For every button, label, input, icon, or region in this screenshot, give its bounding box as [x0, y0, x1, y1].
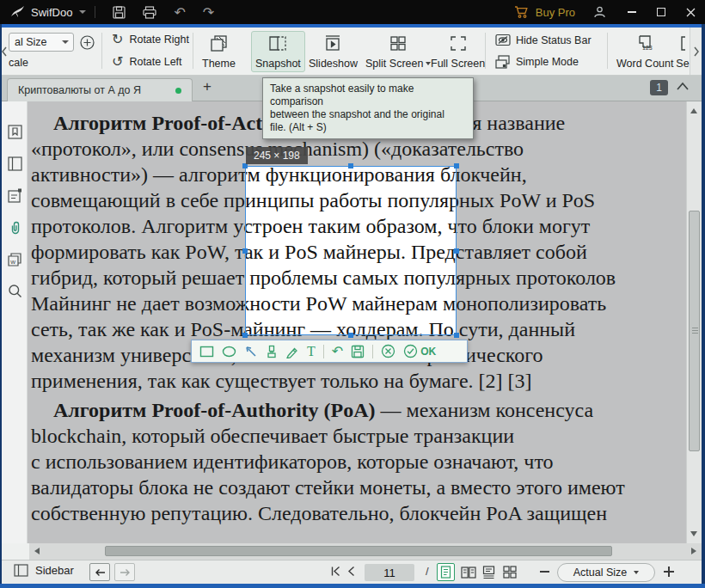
- horizontal-scrollbar[interactable]: [29, 543, 702, 560]
- unsaved-indicator-dot: [175, 88, 181, 94]
- split-screen-button[interactable]: Split Screen: [361, 31, 435, 72]
- export-word-icon[interactable]: w: [8, 252, 22, 266]
- pencil-button[interactable]: [285, 345, 299, 358]
- toolbar-expand-button[interactable]: [690, 28, 702, 75]
- two-page-view-button[interactable]: [459, 563, 477, 581]
- continuous-view-button[interactable]: [480, 563, 498, 581]
- vertical-scrollbar[interactable]: [686, 101, 702, 543]
- cancel-snapshot-button[interactable]: [381, 344, 395, 358]
- collapse-toolbar-icon[interactable]: [676, 82, 690, 91]
- rotate-right-icon: ↻: [112, 33, 123, 46]
- left-sidebar: w: [2, 101, 28, 543]
- main-toolbar: al Size cale ↻ Rotate Right ↺ Rotate Lef…: [0, 28, 705, 76]
- annotation-undo-button[interactable]: ↶: [332, 345, 343, 358]
- selection-handle-w[interactable]: [242, 248, 248, 254]
- draw-rectangle-button[interactable]: [199, 345, 214, 358]
- snapshot-tooltip: Take a snapshot easily to make compariso…: [262, 77, 474, 139]
- page-number-input[interactable]: [365, 564, 414, 581]
- titlebar: SwifDoo ↶ ↷ Buy Pro: [0, 0, 705, 24]
- app-window: SwifDoo ↶ ↷ Buy Pro al Size: [0, 0, 705, 588]
- selection-handle-s[interactable]: [348, 333, 353, 338]
- zoom-out-button[interactable]: [540, 571, 549, 573]
- print-button[interactable]: [134, 0, 165, 24]
- full-screen-button[interactable]: Full Screen: [426, 31, 489, 72]
- page-panel-icon[interactable]: [8, 156, 22, 171]
- word-count-icon: 123: [635, 34, 654, 52]
- minimize-button[interactable]: [617, 0, 647, 24]
- selection-handle-ne[interactable]: [454, 163, 459, 168]
- full-screen-icon: [449, 34, 468, 52]
- grid-view-button[interactable]: [500, 563, 518, 581]
- settings-button-partial[interactable]: Se: [674, 31, 691, 72]
- scroll-right-icon[interactable]: [691, 548, 696, 554]
- scroll-left-icon[interactable]: [34, 548, 40, 554]
- word-count-button[interactable]: 123 Word Count: [612, 31, 677, 72]
- undo-button[interactable]: ↶: [165, 4, 193, 21]
- rotate-left-button[interactable]: ↺ Rotate Left: [112, 55, 182, 69]
- highlight-brush-button[interactable]: [266, 345, 278, 358]
- snapshot-selection-area[interactable]: [245, 166, 457, 335]
- previous-page-button[interactable]: [347, 566, 355, 577]
- selection-handle-n[interactable]: [348, 163, 353, 168]
- buy-pro-button[interactable]: Buy Pro: [536, 6, 575, 19]
- snapshot-button[interactable]: Snapshot: [251, 31, 305, 72]
- close-button[interactable]: [676, 0, 705, 24]
- theme-button[interactable]: Theme: [198, 31, 240, 72]
- selection-handle-e[interactable]: [454, 248, 459, 254]
- selection-handle-se[interactable]: [454, 333, 459, 338]
- scale-label-partial[interactable]: cale: [9, 57, 28, 69]
- search-icon[interactable]: [8, 284, 22, 298]
- zoom-level-pill[interactable]: Actual Size: [557, 563, 655, 582]
- annotation-panel-icon[interactable]: [8, 188, 22, 203]
- scroll-down-icon[interactable]: [690, 531, 697, 536]
- vertical-scroll-thumb[interactable]: [689, 211, 700, 451]
- text-tool-button[interactable]: T: [307, 345, 316, 358]
- selection-handle-sw[interactable]: [242, 333, 248, 338]
- hide-status-bar-button[interactable]: Hide Status Bar: [495, 34, 592, 46]
- scroll-up-icon[interactable]: [690, 108, 697, 113]
- zoom-in-button[interactable]: [664, 567, 674, 577]
- page-separator: /: [426, 565, 429, 578]
- slideshow-icon: [323, 34, 342, 52]
- zoom-pill-caret-icon: [634, 571, 639, 574]
- toolbar-scroll-left-icon[interactable]: [1, 46, 8, 57]
- theme-icon: [210, 34, 228, 52]
- rotate-right-button[interactable]: ↻ Rotate Right: [112, 33, 189, 46]
- simple-mode-button[interactable]: Simple Mode: [495, 55, 579, 69]
- hide-status-bar-icon: [495, 34, 511, 46]
- annotation-save-button[interactable]: [351, 345, 365, 358]
- split-screen-icon: [389, 34, 408, 52]
- history-back-button[interactable]: [89, 563, 110, 581]
- confirm-snapshot-button[interactable]: OK: [403, 344, 436, 358]
- new-tab-button[interactable]: +: [203, 79, 212, 94]
- dropdown-caret-icon: [62, 40, 69, 44]
- first-page-button[interactable]: [330, 566, 341, 577]
- bookmark-panel-icon[interactable]: [8, 125, 22, 139]
- status-bar: Sidebar / Actual Size: [0, 560, 705, 585]
- slideshow-button[interactable]: Slideshow: [304, 31, 362, 72]
- draw-ellipse-button[interactable]: [222, 345, 236, 358]
- app-menu-caret-icon[interactable]: [79, 10, 86, 14]
- zoom-level-dropdown[interactable]: al Size: [9, 33, 74, 52]
- user-account-icon[interactable]: [582, 0, 617, 24]
- snapshot-annotation-toolbar: T ↶ OK: [191, 340, 468, 363]
- cart-icon[interactable]: [514, 0, 529, 24]
- single-page-view-button[interactable]: [437, 563, 455, 581]
- snapshot-icon: [268, 34, 287, 52]
- redo-button[interactable]: ↷: [194, 4, 223, 21]
- selection-size-label: 245 × 198: [246, 147, 308, 164]
- document-tab[interactable]: Криптовалюты от А до Я: [7, 78, 193, 101]
- horizontal-scroll-thumb[interactable]: [105, 546, 612, 556]
- swifdoo-logo-icon: [10, 0, 26, 24]
- simple-mode-icon: [495, 55, 511, 69]
- maximize-button[interactable]: [647, 0, 676, 24]
- zoom-in-circle-icon[interactable]: [80, 35, 95, 50]
- attachment-paperclip-icon[interactable]: [8, 220, 22, 235]
- rotate-left-icon: ↺: [112, 55, 123, 69]
- history-forward-button[interactable]: [114, 563, 135, 581]
- sidebar-toggle[interactable]: Sidebar: [14, 564, 74, 577]
- page-indicator-badge: 1: [650, 80, 668, 95]
- draw-arrow-button[interactable]: [244, 345, 258, 358]
- save-button[interactable]: [104, 0, 134, 24]
- document-page: Алгоритм Proof-of-Activity (иногда встре…: [28, 101, 686, 543]
